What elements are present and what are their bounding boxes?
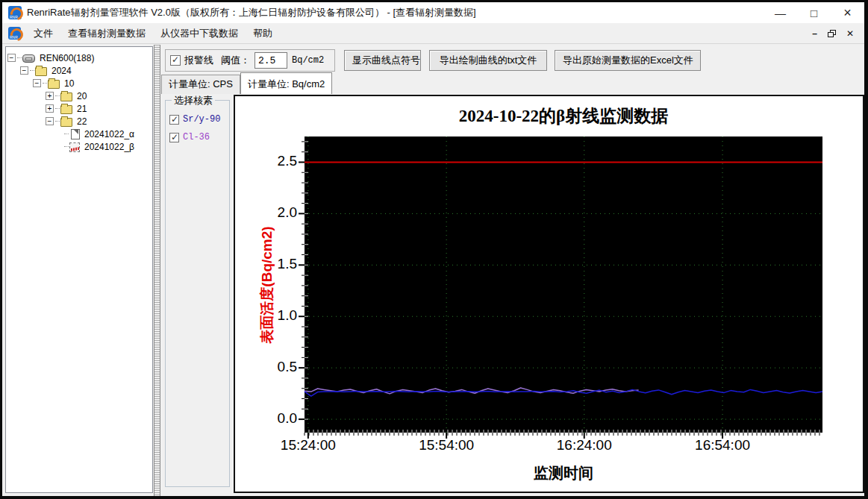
mdi-minimize-button[interactable]: – (812, 30, 817, 37)
tree-expander[interactable]: + (46, 92, 54, 100)
device-icon (22, 54, 35, 63)
tab-unit[interactable]: 计量单位: CPS (161, 75, 240, 94)
main-area: − REN600(188) − 2024 − 10 + 20 + 21 − (2, 45, 864, 496)
nuclide-item: Sr/y-90 (169, 114, 229, 125)
chart-x-axis-title: 监测时间 (305, 463, 822, 483)
tree-expander[interactable]: − (20, 66, 28, 75)
chart-y-axis-title: 表面活度(Bq/cm2) (257, 207, 277, 363)
window-title: RenriRate辐射剂量管理软件 V2.0版（版权所有：上海仁日辐射防护设备有… (27, 6, 476, 19)
close-button[interactable]: × (831, 2, 864, 23)
show-curve-points-button[interactable]: 显示曲线点符号 (344, 50, 421, 71)
tree-item-label: 22 (75, 116, 88, 127)
menu-item[interactable]: 从仪器中下载数据 (153, 24, 246, 43)
unit-tabs: 计量单位: CPS 计量单位: Bq/cm2 (161, 74, 332, 94)
folder-icon (60, 92, 72, 101)
mdi-window-controls: – ✕ (812, 30, 864, 37)
y-tick-label: 1.0 (260, 307, 297, 324)
tree-item[interactable]: 20241022_α (7, 128, 151, 140)
mdi-close-button[interactable]: ✕ (846, 30, 854, 37)
alarm-settings-group: 报警线 阈值： Bq/cm2 (165, 49, 335, 72)
y-tick-label: 2.0 (260, 204, 297, 221)
tab-unit[interactable]: 计量单位: Bq/cm2 (240, 72, 332, 94)
tree-item-label: 20241022_α (83, 129, 136, 139)
export-txt-button[interactable]: 导出绘制曲线的txt文件 (429, 50, 547, 71)
menu-item[interactable]: 查看辐射测量数据 (60, 24, 153, 43)
menu-logo-icon (8, 27, 21, 40)
tree-expander[interactable]: − (46, 117, 54, 125)
threshold-label: 阈值： (221, 54, 250, 67)
x-tick-label: 16:24:00 (543, 437, 625, 454)
tree-item-label: 21 (75, 104, 88, 114)
folder-icon (48, 80, 60, 89)
chart-icon (69, 142, 80, 152)
tree-item[interactable]: + 20 (7, 90, 151, 102)
nuclide-checkbox[interactable] (169, 115, 179, 125)
tree-expander[interactable]: − (7, 54, 16, 62)
app-window: RenriRate辐射剂量管理软件 V2.0版（版权所有：上海仁日辐射防护设备有… (0, 0, 868, 499)
tree-item[interactable]: 20241022_β (7, 140, 151, 153)
tree-item-label: 10 (63, 78, 75, 89)
nuclide-checkbox[interactable] (169, 133, 179, 142)
tree-item-label: REN600(188) (38, 53, 96, 63)
y-tick-label: 0.0 (260, 410, 297, 427)
folder-icon (60, 105, 72, 114)
tree-item-label: 20 (75, 91, 88, 101)
tree-item[interactable]: + 21 (7, 102, 151, 115)
tree-expander[interactable]: − (33, 79, 41, 87)
tree-expander[interactable]: + (46, 104, 54, 113)
x-tick-label: 15:54:00 (405, 437, 487, 454)
minimize-button[interactable]: — (764, 2, 797, 23)
y-tick-label: 2.5 (260, 153, 297, 169)
tree-item-label: 20241022_β (83, 142, 136, 152)
app-logo-icon (8, 6, 22, 19)
tree-item[interactable]: − 22 (7, 115, 151, 128)
doc-icon (71, 129, 80, 139)
mdi-restore-button[interactable] (828, 30, 836, 37)
folder-icon (35, 67, 47, 76)
title-bar: RenriRate辐射剂量管理软件 V2.0版（版权所有：上海仁日辐射防护设备有… (2, 2, 864, 23)
panel-splitter[interactable] (154, 45, 160, 496)
menu-item[interactable]: 文件 (26, 24, 60, 43)
alarm-line-checkbox[interactable] (170, 55, 181, 66)
nuclide-item: Cl-36 (169, 132, 229, 142)
menu-item[interactable]: 帮助 (246, 24, 280, 43)
plot-area (296, 136, 822, 440)
tree-item[interactable]: − 10 (7, 77, 151, 90)
nuclide-label: Sr/y-90 (183, 114, 220, 125)
maximize-button[interactable]: □ (797, 2, 831, 23)
folder-icon (60, 118, 72, 127)
tree-item[interactable]: − 2024 (7, 64, 151, 77)
y-tick-label: 1.5 (260, 256, 297, 272)
chart-frame: 2024-10-22的β射线监测数据 表面活度(Bq/cm2) 监测时间 0.0… (234, 95, 864, 493)
threshold-unit-label: Bq/cm2 (292, 55, 324, 66)
content-panel: 报警线 阈值： Bq/cm2 显示曲线点符号 导出绘制曲线的txt文件 导出原始… (160, 45, 864, 496)
window-controls: — □ × (764, 2, 864, 23)
nuclide-selector-title: 选择核素 (172, 94, 215, 107)
export-excel-button[interactable]: 导出原始测量数据的Excel文件 (555, 50, 701, 71)
x-tick-label: 15:24:00 (267, 437, 349, 454)
tree-item[interactable]: − REN600(188) (7, 51, 151, 64)
alarm-line-label: 报警线 (184, 54, 213, 67)
menu-bar: 文件 查看辐射测量数据 从仪器中下载数据 帮助 – ✕ (2, 23, 864, 44)
tree-item-label: 2024 (50, 66, 73, 76)
nuclide-selector-group: 选择核素 Sr/y-90 Cl-36 (165, 100, 230, 487)
measurement-tree-panel: − REN600(188) − 2024 − 10 + 20 + 21 − (5, 46, 153, 493)
y-tick-label: 0.5 (260, 359, 297, 375)
threshold-input[interactable] (255, 52, 287, 69)
x-tick-label: 16:54:00 (681, 437, 764, 454)
chart-title: 2024-10-22的β射线监测数据 (305, 104, 822, 128)
nuclide-label: Cl-36 (183, 132, 210, 142)
